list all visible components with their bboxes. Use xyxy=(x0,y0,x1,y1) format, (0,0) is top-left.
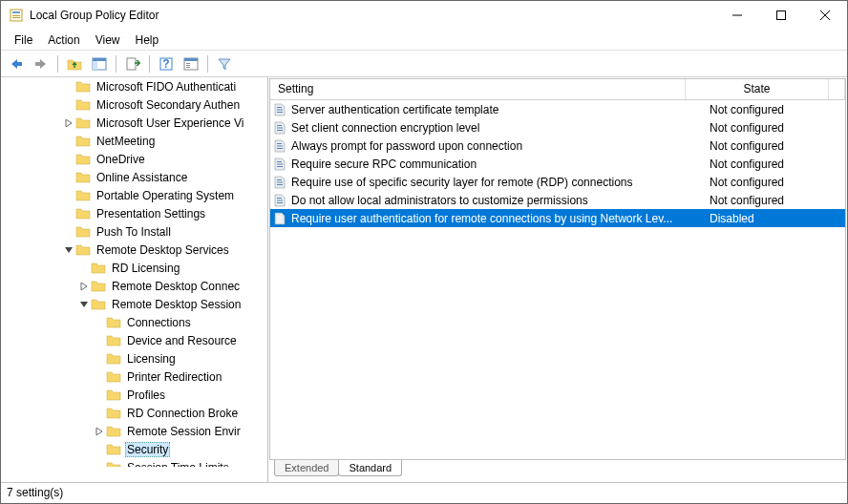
setting-name: Set client connection encryption level xyxy=(291,121,702,135)
tree-node-label: Remote Session Envir xyxy=(125,424,243,439)
up-button[interactable] xyxy=(63,53,86,74)
folder-icon xyxy=(106,388,121,402)
twisty-spacer xyxy=(93,316,106,329)
list-row[interactable]: Require use of specific security layer f… xyxy=(270,173,845,191)
tree-node[interactable]: Presentation Settings xyxy=(1,204,267,222)
list-row[interactable]: Require secure RPC communicationNot conf… xyxy=(270,155,845,173)
tree-node[interactable]: NetMeeting xyxy=(1,132,267,150)
tree-node[interactable]: Online Assistance xyxy=(1,168,267,186)
list-row[interactable]: Do not allow local administrators to cus… xyxy=(270,191,845,209)
tree-node[interactable]: Remote Desktop Session xyxy=(1,295,267,313)
folder-icon xyxy=(75,243,91,257)
tree-node[interactable]: Remote Desktop Services xyxy=(1,241,267,259)
list-row[interactable]: Require user authentication for remote c… xyxy=(270,209,845,227)
show-hide-tree-button[interactable] xyxy=(88,53,111,74)
tree-node[interactable]: Profiles xyxy=(1,386,267,404)
folder-icon xyxy=(106,443,121,456)
column-header-state[interactable]: State xyxy=(686,79,829,99)
folder-icon xyxy=(75,80,91,94)
tree-node[interactable]: Portable Operating System xyxy=(1,186,267,204)
tree-node-label: Remote Desktop Connec xyxy=(110,279,242,294)
setting-state: Not configured xyxy=(702,158,845,171)
list-row[interactable]: Always prompt for password upon connecti… xyxy=(270,136,845,155)
tree-node[interactable]: Microsoft User Experience Vi xyxy=(1,114,267,132)
tree-node[interactable]: RD Licensing xyxy=(1,259,267,277)
setting-name: Require user authentication for remote c… xyxy=(291,212,702,225)
expand-icon[interactable] xyxy=(93,425,106,438)
column-header-extra[interactable] xyxy=(829,79,845,99)
twisty-spacer xyxy=(62,135,75,148)
menu-action[interactable]: Action xyxy=(40,32,87,49)
folder-icon xyxy=(106,425,121,438)
titlebar[interactable]: Local Group Policy Editor xyxy=(1,1,847,30)
tree-node[interactable]: Device and Resource xyxy=(1,331,267,349)
help-button[interactable]: ? xyxy=(155,53,178,74)
twisty-spacer xyxy=(93,370,106,384)
maximize-button[interactable] xyxy=(759,1,803,30)
svg-rect-3 xyxy=(12,17,20,18)
tree-node[interactable]: Remote Desktop Connec xyxy=(1,277,267,295)
expand-icon[interactable] xyxy=(77,280,91,293)
menu-view[interactable]: View xyxy=(88,32,128,49)
properties-button[interactable] xyxy=(180,53,202,74)
status-bar: 7 setting(s) xyxy=(1,482,847,503)
list-header: Setting State xyxy=(270,79,845,100)
filter-button[interactable] xyxy=(213,53,236,74)
forward-button[interactable] xyxy=(30,53,53,74)
minimize-button[interactable] xyxy=(715,1,759,30)
tab-extended[interactable]: Extended xyxy=(274,460,339,476)
tree-view[interactable]: Microsoft FIDO AuthenticatiMicrosoft Sec… xyxy=(1,77,267,467)
tree-node[interactable]: Microsoft FIDO Authenticati xyxy=(1,77,267,95)
svg-rect-2 xyxy=(12,15,20,16)
svg-rect-8 xyxy=(16,62,22,66)
tree-node-label: Connections xyxy=(125,315,193,330)
twisty-spacer xyxy=(62,225,75,239)
collapse-icon[interactable] xyxy=(62,243,75,257)
setting-name: Server authentication certificate templa… xyxy=(291,103,702,116)
folder-icon xyxy=(106,407,121,420)
menu-help[interactable]: Help xyxy=(128,32,167,49)
tree-node[interactable]: Security xyxy=(1,440,267,458)
close-button[interactable] xyxy=(803,1,847,30)
folder-icon xyxy=(75,207,91,220)
folder-icon xyxy=(75,171,91,184)
setting-name: Always prompt for password upon connecti… xyxy=(291,139,702,153)
tree-node[interactable]: OneDrive xyxy=(1,150,267,168)
svg-rect-9 xyxy=(35,62,41,66)
tree-node[interactable]: Remote Session Envir xyxy=(1,422,267,440)
tree-node[interactable]: Push To Install xyxy=(1,222,267,241)
tree-hscrollbar[interactable] xyxy=(1,467,267,482)
setting-state: Not configured xyxy=(702,121,845,135)
tree-node-label: Microsoft Secondary Authen xyxy=(95,97,242,113)
menu-file[interactable]: File xyxy=(7,32,40,49)
collapse-icon[interactable] xyxy=(77,298,91,311)
folder-icon xyxy=(106,352,121,366)
setting-state: Not configured xyxy=(702,176,845,189)
tree-node[interactable]: RD Connection Broke xyxy=(1,404,267,422)
view-tabs: Extended Standard xyxy=(268,461,847,482)
column-header-setting[interactable]: Setting xyxy=(270,79,686,99)
tree-node-label: RD Connection Broke xyxy=(125,406,240,421)
tab-standard[interactable]: Standard xyxy=(338,460,402,476)
tree-node[interactable]: Licensing xyxy=(1,349,267,368)
twisty-spacer xyxy=(62,171,75,184)
tree-node[interactable]: Microsoft Secondary Authen xyxy=(1,95,267,114)
policy-icon xyxy=(272,157,287,172)
folder-icon xyxy=(106,316,121,329)
list-view[interactable]: Server authentication certificate templa… xyxy=(270,100,845,443)
policy-icon xyxy=(272,211,287,226)
tree-node[interactable]: Printer Redirection xyxy=(1,368,267,386)
export-list-button[interactable] xyxy=(121,53,144,74)
list-row[interactable]: Set client connection encryption levelNo… xyxy=(270,118,845,136)
policy-icon xyxy=(272,120,287,136)
tree-node-label: Profiles xyxy=(125,388,167,403)
tree-node[interactable]: Connections xyxy=(1,313,267,331)
policy-icon xyxy=(272,193,287,208)
svg-rect-21 xyxy=(186,67,190,68)
expand-icon[interactable] xyxy=(62,116,75,130)
back-button[interactable] xyxy=(5,53,28,74)
list-row[interactable]: Server authentication certificate templa… xyxy=(270,100,845,118)
folder-icon xyxy=(75,153,91,166)
tree-node[interactable]: Session Time Limits xyxy=(1,458,267,467)
list-hscrollbar[interactable] xyxy=(270,443,845,459)
